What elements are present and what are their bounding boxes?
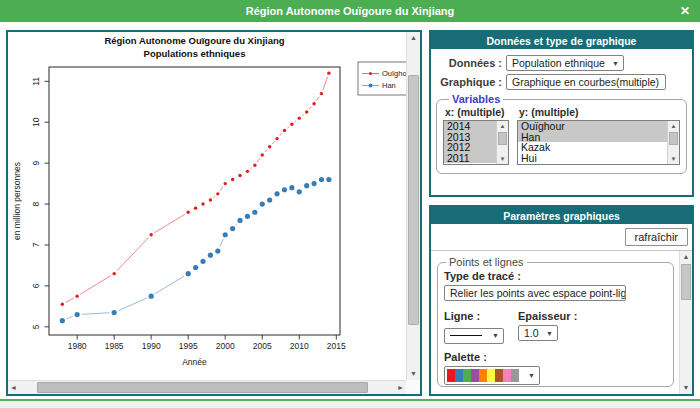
params-vertical-scrollbar[interactable]: ▲ ▼ xyxy=(679,251,692,394)
palette-swatch xyxy=(455,369,463,382)
variables-legend: Variables xyxy=(449,93,503,105)
list-item[interactable]: Hui xyxy=(518,153,667,164)
palette-swatches xyxy=(447,369,519,382)
x-list-scrollbar[interactable]: ▲ ▼ xyxy=(496,121,508,164)
palette-label: Palette : xyxy=(444,351,665,363)
svg-text:6: 6 xyxy=(31,283,41,288)
svg-text:2010: 2010 xyxy=(290,341,309,351)
points-lines-fieldset: Points et lignes Type de tracé : Relier … xyxy=(437,256,674,387)
donnees-select[interactable]: Population ethnique ▼ xyxy=(506,55,624,71)
scroll-left-icon[interactable]: ◄ xyxy=(8,382,19,394)
svg-text:1990: 1990 xyxy=(142,341,161,351)
chevron-down-icon: ▼ xyxy=(492,332,499,339)
chevron-down-icon: ▼ xyxy=(665,79,666,86)
trace-type-label: Type de tracé : xyxy=(444,270,665,282)
scroll-up-icon[interactable]: ▲ xyxy=(681,251,692,263)
donnees-select-value: Population ethnique xyxy=(512,57,605,69)
chevron-down-icon: ▼ xyxy=(546,330,553,337)
refresh-button[interactable]: rafraîchir xyxy=(625,228,688,246)
chart-panel: Région Autonome Ouïgoure du XinjiangPopu… xyxy=(6,30,422,396)
donnees-label: Données : xyxy=(436,57,502,69)
svg-text:2005: 2005 xyxy=(253,341,272,351)
horizontal-scroll-thumb[interactable] xyxy=(37,382,368,393)
svg-text:en million personnes: en million personnes xyxy=(12,162,22,240)
chevron-down-icon: ▼ xyxy=(612,60,619,67)
svg-text:9: 9 xyxy=(31,161,41,166)
list-item[interactable]: Han xyxy=(518,132,667,143)
svg-text:10: 10 xyxy=(31,117,41,127)
y-variable-list[interactable]: OuïghourHanKazakHui ▲ ▼ xyxy=(517,120,680,165)
svg-text:2015: 2015 xyxy=(327,341,346,351)
y-list-scroll-thumb[interactable] xyxy=(669,132,678,145)
palette-swatch xyxy=(487,369,495,382)
palette-swatch xyxy=(471,369,479,382)
list-item[interactable]: 2014 xyxy=(444,121,496,132)
window-title: Région Autonome Ouïgoure du Xinjiang xyxy=(246,5,455,17)
params-panel: Paramètres graphiques rafraîchir Points … xyxy=(429,205,694,396)
x-variable-list[interactable]: 2014201320122011 ▲ ▼ xyxy=(443,120,509,165)
palette-swatch xyxy=(479,369,487,382)
list-item[interactable]: Ouïghour xyxy=(518,121,667,132)
list-item[interactable]: Kazak xyxy=(518,142,667,153)
list-item[interactable]: 2013 xyxy=(444,132,496,143)
svg-text:11: 11 xyxy=(31,77,41,86)
close-icon[interactable]: ✕ xyxy=(680,3,690,19)
y-variable-header: y: (multiple) xyxy=(519,106,680,118)
thickness-select[interactable]: 1.0 ▼ xyxy=(518,325,558,341)
epaisseur-label: Epaisseur : xyxy=(518,310,665,322)
scrollbar-corner xyxy=(406,380,420,394)
params-scroll-thumb[interactable] xyxy=(681,264,691,300)
svg-text:Année: Année xyxy=(182,357,207,367)
svg-text:5: 5 xyxy=(31,324,41,329)
scroll-down-icon[interactable]: ▼ xyxy=(671,154,677,164)
params-scroll-area: Points et lignes Type de tracé : Relier … xyxy=(431,250,692,394)
params-panel-header: Paramètres graphiques xyxy=(431,207,692,224)
scroll-down-icon[interactable]: ▼ xyxy=(681,382,692,394)
svg-text:7: 7 xyxy=(31,242,41,247)
y-list-scrollbar[interactable]: ▲ ▼ xyxy=(667,121,679,164)
scroll-down-icon[interactable]: ▼ xyxy=(408,368,419,380)
trace-type-select[interactable]: Relier les points avec espace point-lign… xyxy=(444,285,626,301)
ligne-label: Ligne : xyxy=(444,310,518,322)
svg-text:Région Autonome Ouïgoure du Xi: Région Autonome Ouïgoure du Xinjiang xyxy=(104,35,284,46)
x-variable-header: x: (multiple) xyxy=(445,106,509,118)
svg-text:1980: 1980 xyxy=(68,341,87,351)
list-item[interactable]: 2011 xyxy=(444,153,496,164)
chart-horizontal-scrollbar[interactable]: ◄ ► xyxy=(8,380,406,394)
svg-text:Populations ethniques: Populations ethniques xyxy=(144,48,246,59)
palette-swatch xyxy=(503,369,511,382)
scroll-down-icon[interactable]: ▼ xyxy=(500,154,506,164)
palette-swatch xyxy=(511,369,519,382)
vertical-scroll-thumb[interactable] xyxy=(408,75,419,325)
svg-text:2000: 2000 xyxy=(216,341,235,351)
graphique-select-value: Graphique en courbes(multiple) xyxy=(512,76,659,88)
bottom-strip xyxy=(0,399,700,408)
scroll-up-icon[interactable]: ▲ xyxy=(671,121,677,131)
x-list-scroll-thumb[interactable] xyxy=(498,132,507,145)
scroll-up-icon[interactable]: ▲ xyxy=(500,121,506,131)
palette-swatch xyxy=(463,369,471,382)
palette-select[interactable]: ▼ xyxy=(444,366,540,385)
list-item[interactable]: 2012 xyxy=(444,142,496,153)
svg-text:1985: 1985 xyxy=(105,341,124,351)
chart-svg: Région Autonome Ouïgoure du XinjiangPopu… xyxy=(8,32,420,394)
trace-type-value: Relier les points avec espace point-lign… xyxy=(450,287,626,299)
svg-text:8: 8 xyxy=(31,201,41,206)
variables-fieldset: Variables x: (multiple) 2014201320122011… xyxy=(436,93,687,174)
line-style-select[interactable]: ▼ xyxy=(444,328,504,344)
points-lines-legend: Points et lignes xyxy=(446,256,527,268)
svg-text:Han: Han xyxy=(382,81,396,90)
thickness-value: 1.0 xyxy=(524,327,539,339)
graphique-select[interactable]: Graphique en courbes(multiple) ▼ xyxy=(506,74,666,90)
palette-swatch xyxy=(447,369,455,382)
svg-text:1995: 1995 xyxy=(179,341,198,351)
graphique-label: Graphique : xyxy=(436,76,502,88)
chart-vertical-scrollbar[interactable]: ▲ ▼ xyxy=(406,32,420,380)
line-style-sample xyxy=(450,335,482,336)
scroll-right-icon[interactable]: ► xyxy=(395,382,406,394)
data-panel: Données et type de graphique Données : P… xyxy=(429,30,694,197)
data-panel-header: Données et type de graphique xyxy=(431,32,692,49)
chevron-down-icon: ▼ xyxy=(528,372,535,379)
palette-swatch xyxy=(495,369,503,382)
scroll-up-icon[interactable]: ▲ xyxy=(408,32,419,44)
